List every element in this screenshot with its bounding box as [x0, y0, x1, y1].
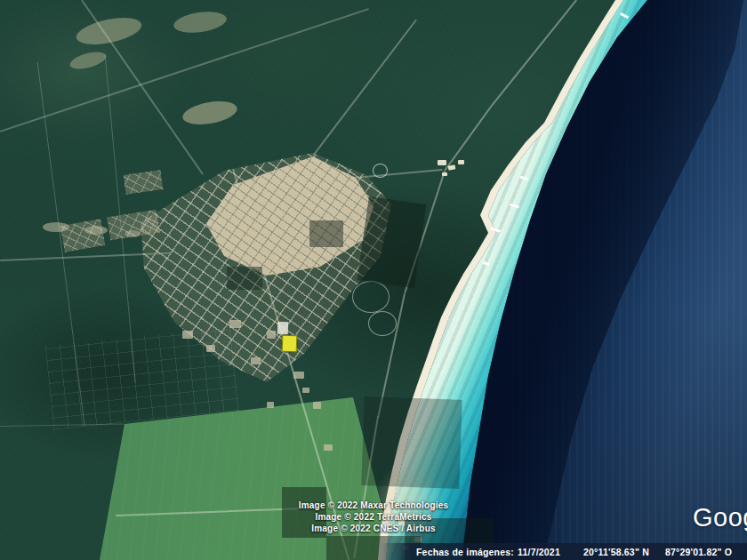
loop-road — [368, 311, 397, 336]
building-block — [324, 444, 333, 451]
building-block — [302, 388, 309, 393]
dark-vegetation-patch — [227, 267, 262, 290]
building-block — [313, 402, 321, 409]
adjacent-parcel — [277, 322, 288, 334]
status-bar: Fechas de imágenes: 11/7/2021 20°11'58.6… — [381, 543, 747, 560]
imagery-date-label: Fechas de imágenes: — [416, 547, 514, 557]
building-block — [251, 357, 261, 364]
dark-vegetation-patch — [309, 220, 343, 247]
imagery-date-value: 11/7/2021 — [518, 547, 560, 557]
building-block — [206, 345, 215, 352]
building-block — [267, 402, 274, 408]
building-block — [229, 320, 241, 328]
loop-road — [373, 164, 388, 178]
building-speck — [438, 160, 446, 165]
map-viewport[interactable]: Image © 2022 Maxar Technologies Image © … — [0, 0, 747, 560]
longitude-readout: 87°29'01.82" O — [665, 547, 732, 557]
loop-road — [352, 281, 390, 313]
attribution-line: Image © 2022 CNES / Airbus — [299, 523, 448, 534]
attribution-line: Image © 2022 Maxar Technologies — [299, 500, 448, 511]
google-logo: Google — [693, 503, 747, 532]
dark-vegetation-patch — [357, 196, 427, 288]
imagery-seam-patch — [361, 396, 462, 489]
selected-parcel-highlight[interactable] — [282, 335, 298, 353]
latitude-readout: 20°11'58.63" N — [583, 547, 649, 557]
building-block — [182, 331, 193, 339]
imagery-attribution: Image © 2022 Maxar Technologies Image © … — [299, 500, 448, 534]
attribution-line: Image © 2022 TerraMetrics — [299, 511, 448, 523]
building-block — [293, 372, 304, 379]
building-block — [267, 331, 276, 339]
building-speck — [442, 172, 447, 176]
building-speck — [458, 160, 464, 164]
